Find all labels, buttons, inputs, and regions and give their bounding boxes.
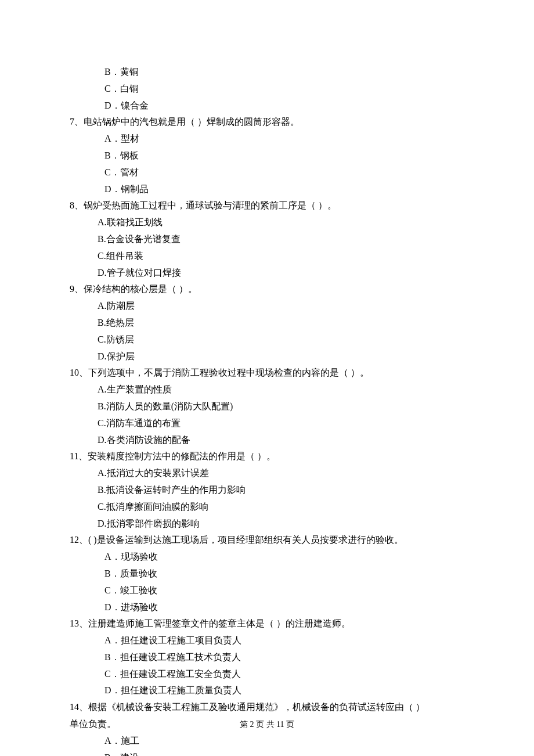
q14-option-b: B．建设 [70, 750, 464, 756]
q8-option-a: A.联箱找正划线 [70, 214, 464, 231]
q11-option-b: B.抵消设备运转时产生的作用力影响 [70, 482, 464, 499]
q7-option-a: A．型材 [70, 131, 464, 147]
q9-option-b: B.绝热层 [70, 315, 464, 332]
question-12: 12、( )是设备运输到达施工现场后，项目经理部组织有关人员按要求进行的验收。 [70, 532, 464, 549]
q9-option-d: D.保护层 [70, 348, 464, 365]
q14-option-a: A．施工 [70, 733, 464, 750]
q10-option-c: C.消防车通道的布置 [70, 415, 464, 432]
q12-option-c: C．竣工验收 [70, 582, 464, 599]
q7-option-c: C．管材 [70, 164, 464, 181]
q8-option-c: C.组件吊装 [70, 248, 464, 265]
prev-option-c: C．白铜 [70, 81, 464, 98]
q10-option-a: A.生产装置的性质 [70, 381, 464, 398]
question-10: 10、下列选项中，不属于消防工程验收过程中现场检查的内容的是（ ）。 [70, 365, 464, 381]
q13-option-a: A．担任建设工程施工项目负责人 [70, 632, 464, 649]
question-14-line1: 14、根据《机械设备安装工程施工及验收通用规范》，机械设备的负荷试运转应由（ ） [70, 699, 464, 716]
document-content: B．黄铜 C．白铜 D．镍合金 7、电站锅炉中的汽包就是用（ ）焊制成的圆筒形容… [70, 64, 464, 756]
question-13: 13、注册建造师施工管理签章文件的签章主体是（ ）的注册建造师。 [70, 615, 464, 632]
q7-option-d: D．钢制品 [70, 181, 464, 198]
q10-option-b: B.消防人员的数量(消防大队配置) [70, 398, 464, 415]
q9-option-a: A.防潮层 [70, 298, 464, 315]
q7-option-b: B．钢板 [70, 147, 464, 164]
q11-option-d: D.抵消零部件磨损的影响 [70, 516, 464, 532]
q8-option-d: D.管子就位对口焊接 [70, 265, 464, 282]
page-footer: 第 2 页 共 11 页 [0, 717, 534, 732]
q12-option-a: A．现场验收 [70, 549, 464, 566]
question-7: 7、电站锅炉中的汽包就是用（ ）焊制成的圆筒形容器。 [70, 114, 464, 131]
question-11: 11、安装精度控制方法中的修配法的作用是（ ）。 [70, 448, 464, 465]
prev-option-b: B．黄铜 [70, 64, 464, 81]
question-8: 8、锅炉受热面施工过程中，通球试验与清理的紧前工序是（ ）。 [70, 197, 464, 214]
prev-option-d: D．镍合金 [70, 98, 464, 114]
q11-option-a: A.抵消过大的安装累计误差 [70, 465, 464, 482]
q13-option-c: C．担任建设工程施工安全负责人 [70, 666, 464, 683]
q9-option-c: C.防锈层 [70, 332, 464, 348]
q12-option-b: B．质量验收 [70, 566, 464, 582]
q13-option-b: B．担任建设工程施工技术负责人 [70, 649, 464, 666]
q12-option-d: D．进场验收 [70, 599, 464, 616]
q11-option-c: C.抵消摩擦面间油膜的影响 [70, 499, 464, 516]
q13-option-d: D．担任建设工程施工质量负责人 [70, 682, 464, 699]
q10-option-d: D.各类消防设施的配备 [70, 432, 464, 449]
q8-option-b: B.合金设备光谱复查 [70, 231, 464, 248]
question-9: 9、保冷结构的核心层是（ ）。 [70, 281, 464, 298]
